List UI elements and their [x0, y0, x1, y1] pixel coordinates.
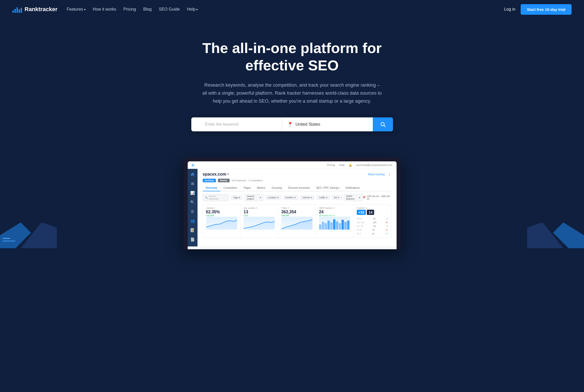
metric-avgpos-label: Avg. position: [244, 207, 255, 209]
filter-date[interactable]: 📅 12th Oct 18 – 16th Oct 18: [363, 195, 391, 200]
visibility-chart: [206, 217, 237, 230]
location-input[interactable]: [295, 117, 368, 131]
sidebar-icon-search[interactable]: 🔍: [190, 200, 195, 205]
topbar-email: youremail@companyname.com: [356, 164, 392, 167]
metric-avgpos-value: 13: [244, 210, 275, 214]
svg-rect-11: [319, 224, 321, 230]
filter-volume[interactable]: Volume ▾: [300, 195, 315, 200]
search-location-wrapper: 📍: [282, 117, 373, 131]
hero-subtitle: Research keywords, analyse the competiti…: [202, 81, 383, 105]
sidebar-icon-grid[interactable]: ⊞: [190, 181, 195, 186]
svg-rect-18: [339, 223, 341, 230]
filter-serp[interactable]: SERP features ▾: [344, 194, 363, 201]
tab-seo-ppc[interactable]: SEO / PPC Saving's: [313, 185, 342, 191]
logo-icon: [12, 6, 22, 13]
navbar: Ranktracker Features How it works Pricin…: [0, 0, 584, 19]
svg-marker-10: [281, 219, 313, 230]
filter-search-engine[interactable]: Search engine ▾: [245, 194, 263, 201]
tab-grossing[interactable]: Grossing: [268, 185, 285, 191]
topbar-pricing: Pricing: [327, 164, 335, 167]
laptop-section: ||| Pricing Help 🔔 youremail@companyname…: [0, 147, 584, 249]
svg-rect-21: [347, 221, 350, 230]
filter-position[interactable]: Position ▾: [283, 195, 298, 200]
serp-chart: [319, 217, 350, 230]
svg-rect-12: [322, 222, 324, 230]
nav-features[interactable]: Features: [67, 7, 85, 11]
filter-search-placeholder: Search keywords: [209, 195, 227, 200]
keyword-search-filter[interactable]: 🔍 Search keywords: [203, 194, 229, 201]
filter-row: 🔍 Search keywords Tags ▾ Search engine ▾…: [203, 194, 391, 201]
nav-blog[interactable]: Blog: [143, 7, 151, 11]
traffic-chart: [281, 217, 313, 230]
app-logo-small: |||: [192, 163, 194, 167]
laptop-outer: ||| Pricing Help 🔔 youremail@companyname…: [184, 157, 401, 249]
login-button[interactable]: Log in: [504, 7, 515, 12]
filter-left: 🔍 Search keywords Tags ▾ Search engine ▾…: [203, 194, 363, 201]
metric-serp-value: 24: [319, 210, 350, 214]
tab-competitors[interactable]: Competitors: [220, 185, 240, 191]
metric-positions-label: Positions: [357, 207, 365, 209]
svg-rect-19: [342, 220, 344, 230]
filter-location[interactable]: Location ▾: [266, 195, 281, 200]
location-pin-icon: 📍: [287, 122, 293, 127]
domain-chevron: ▾: [227, 172, 229, 176]
svg-rect-7: [193, 174, 194, 176]
sidebar-icon-list[interactable]: ☰: [190, 209, 195, 214]
svg-rect-17: [336, 221, 338, 230]
metric-visibility-label: Visibility: [206, 207, 214, 209]
metric-traffic-change: +94,154: [281, 214, 313, 217]
share-tracking-link[interactable]: Share tracking: [368, 173, 384, 176]
logo[interactable]: Ranktracker: [12, 6, 57, 13]
tags-row: Desktop Mobile 190 Keywords 2 Competitor…: [203, 179, 391, 182]
positions-pos: +32: [357, 210, 366, 215]
navbar-left: Ranktracker Features How it works Pricin…: [12, 6, 198, 13]
metric-positions: Positions ℹ +32 14 #101+ 10: [354, 205, 391, 238]
metric-avgpos-change: +3.5: [244, 214, 275, 217]
svg-rect-14: [328, 221, 330, 230]
svg-line-3: [384, 125, 385, 127]
sidebar-icon-users[interactable]: 👥: [190, 218, 195, 223]
tab-notifications[interactable]: Notifications: [343, 185, 363, 191]
nav-help[interactable]: Help: [187, 7, 198, 11]
laptop-screen: ||| Pricing Help 🔔 youremail@companyname…: [188, 161, 397, 249]
tab-overview[interactable]: Overview: [203, 185, 220, 191]
metric-traffic-label: Traffic: [281, 207, 287, 209]
nav-how-it-works[interactable]: How it works: [93, 7, 116, 11]
svg-rect-15: [330, 222, 332, 230]
svg-rect-13: [325, 223, 327, 230]
deco-right: [527, 197, 584, 249]
tag-mobile[interactable]: Mobile: [218, 179, 230, 182]
nav-seo-guide[interactable]: SEO Guide: [159, 7, 180, 11]
search-button[interactable]: [373, 117, 393, 131]
metric-visibility-value: 62.35%: [206, 210, 237, 214]
search-keyword-wrapper: [191, 117, 282, 131]
tab-pages[interactable]: Pages: [240, 185, 254, 191]
sidebar-icon-logo: [190, 172, 195, 177]
trial-button[interactable]: Start free 10-day trial: [521, 4, 572, 15]
sidebar-icon-notes[interactable]: 📝: [190, 228, 195, 232]
side-stats-panel: #101+ 10 -1 #51-100 123 -29: [357, 217, 388, 236]
app-tabs: Overview Competitors Pages Metrics Gross…: [203, 185, 391, 191]
calendar-icon: 📅: [363, 196, 366, 199]
nav-links: Features How it works Pricing Blog SEO G…: [67, 7, 198, 12]
metric-traffic: Traffic ℹ 362,354 +94,154: [278, 205, 316, 238]
hero-title: The all-in-one platform for effective SE…: [176, 39, 408, 74]
tag-desktop[interactable]: Desktop: [203, 179, 216, 182]
positions-neg: 14: [367, 210, 374, 215]
more-options-icon[interactable]: ⋮: [388, 172, 391, 176]
filter-kd[interactable]: KD ▾: [332, 195, 342, 200]
keyword-input[interactable]: [205, 117, 277, 131]
nav-pricing[interactable]: Pricing: [123, 7, 136, 11]
hero-section: The all-in-one platform for effective SE…: [0, 19, 584, 147]
app-sidebar: ⊞ 📊 🔍 ☰ 👥 📝 📄: [188, 169, 198, 246]
filter-tags[interactable]: Tags ▾: [231, 195, 242, 200]
svg-rect-6: [193, 172, 193, 176]
domain-actions: Share tracking ⋮: [368, 172, 391, 176]
deco-left: [0, 197, 57, 249]
tab-metrics[interactable]: Metrics: [254, 185, 268, 191]
filter-traffic[interactable]: Traffic ▾: [317, 195, 330, 200]
sidebar-icon-chart[interactable]: 📊: [190, 191, 195, 195]
tab-discover-keywords[interactable]: Discover keywords: [285, 185, 313, 191]
sidebar-icon-file[interactable]: 📄: [190, 237, 195, 242]
app-main: spacex.com ▾ Share tracking ⋮ Desktop Mo…: [198, 169, 397, 246]
